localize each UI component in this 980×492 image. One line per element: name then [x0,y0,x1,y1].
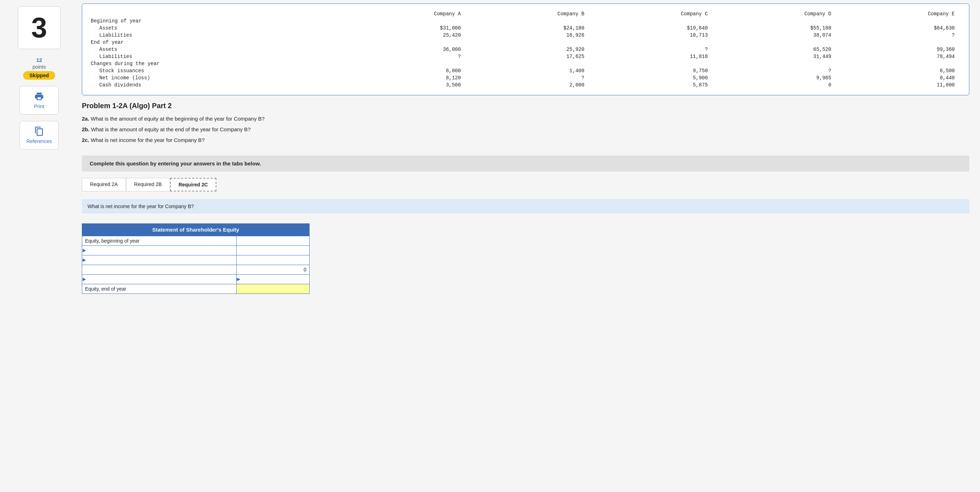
row-input-5[interactable] [85,277,226,282]
data-table: Company A Company B Company C Company D … [91,10,961,89]
problem-section: Problem 1-2A (Algo) Part 2 2a. What is t… [82,102,969,146]
table-row: Changes during the year [91,60,961,67]
references-label: References [26,138,52,144]
table-row: ► ► [82,275,310,284]
row-input-3[interactable] [85,257,226,263]
equity-beginning-label: Equity, beginning of year [82,236,237,246]
question-2a: 2a. What is the amount of equity at the … [82,113,969,124]
row-label-3: ► [82,256,237,265]
table-row: Assets 36,000 25,920 ? 65,520 99,360 [91,46,961,53]
row-value-3[interactable] [236,256,309,265]
row-label: Net income (loss) [91,75,343,81]
row-input-4[interactable] [85,267,226,273]
row-value-input-3[interactable] [240,257,306,263]
table-row: Equity, beginning of year [82,236,310,246]
table-row: End of year [91,39,961,46]
statement-container: Statement of Shareholder's Equity Equity… [82,224,310,294]
tabs-row: Required 2A Required 2B Required 2C [82,178,969,191]
table-row: Net income (loss) 8,120 ? 5,900 9,965 8,… [91,75,961,81]
table-row: Liabilities ? 17,625 11,818 31,449 78,49… [91,53,961,60]
tab-required-2a[interactable]: Required 2A [82,178,126,191]
table-header-company-e: Company E [837,10,961,17]
statement-header: Statement of Shareholder's Equity [82,224,310,236]
row-label-2: ► [82,246,237,256]
row-value-input-2[interactable] [240,248,306,253]
question-2b: 2b. What is the amount of equity at the … [82,124,969,135]
data-table-container: Company A Company B Company C Company D … [82,3,969,95]
references-icon [34,126,44,136]
row-label: Stock issuances [91,67,343,75]
table-row: Equity, end of year [82,284,310,294]
tab-required-2c[interactable]: Required 2C [170,178,216,191]
table-header-company-b: Company B [466,10,590,17]
equity-beginning-input[interactable] [236,236,309,246]
table-header-company-a: Company A [343,10,466,17]
references-button[interactable]: References [19,121,59,149]
statement-table: Equity, beginning of year ► [82,236,310,294]
table-row: ► [82,256,310,265]
row-input-2[interactable] [85,248,226,253]
row-value-5[interactable]: ► [236,275,309,284]
tab-required-2b[interactable]: Required 2B [126,178,170,191]
row-value-input-5[interactable] [246,277,306,282]
equity-end-field[interactable] [240,286,306,292]
points-label: points [32,64,46,70]
table-row: ► [82,246,310,256]
row-label: Assets [91,25,343,32]
complete-bar: Complete this question by entering your … [82,156,969,171]
print-icon [34,91,44,102]
equity-end-label: Equity, end of year [82,284,237,294]
problem-questions: 2a. What is the amount of equity at the … [82,113,969,146]
print-button[interactable]: Print [19,86,59,114]
problem-title: Problem 1-2A (Algo) Part 2 [82,102,969,110]
table-header-company-d: Company D [713,10,837,17]
table-header-company-c: Company C [590,10,713,17]
section-label-beginning: Beginning of year [91,17,343,25]
row-value-2[interactable] [236,246,309,256]
table-row: Stock issuances 6,000 1,400 9,750 ? 6,50… [91,67,961,75]
section-label-end: End of year [91,39,343,46]
question-number: 3 [18,6,60,49]
table-row: Liabilities 25,420 16,926 10,713 38,074 … [91,32,961,39]
row-value-4: 0 [236,265,309,275]
equity-beginning-field[interactable] [240,238,306,244]
equity-end-input[interactable] [236,284,309,294]
active-tab-question: What is net income for the year for Comp… [82,199,969,213]
section-label-changes: Changes during the year [91,60,343,67]
question-2c: 2c. What is net income for the year for … [82,135,969,146]
row-label-4 [82,265,237,275]
skipped-badge: Skipped [23,71,55,80]
main-content: Company A Company B Company C Company D … [78,0,980,492]
row-label: Cash dividends [91,81,343,89]
row-label-5: ► [82,275,237,284]
row-label: Assets [91,46,343,53]
table-row: Beginning of year [91,17,961,25]
print-label: Print [34,103,45,109]
points-value: 12 [36,57,42,63]
sidebar: 3 12 points Skipped Print References [0,0,78,492]
table-row: 0 [82,265,310,275]
table-row: Assets $31,000 $24,180 $19,840 $55,180 $… [91,25,961,32]
table-header-empty [91,10,343,17]
row-label: Liabilities [91,53,343,60]
row-label: Liabilities [91,32,343,39]
table-row: Cash dividends 3,500 2,000 5,875 0 11,00… [91,81,961,89]
